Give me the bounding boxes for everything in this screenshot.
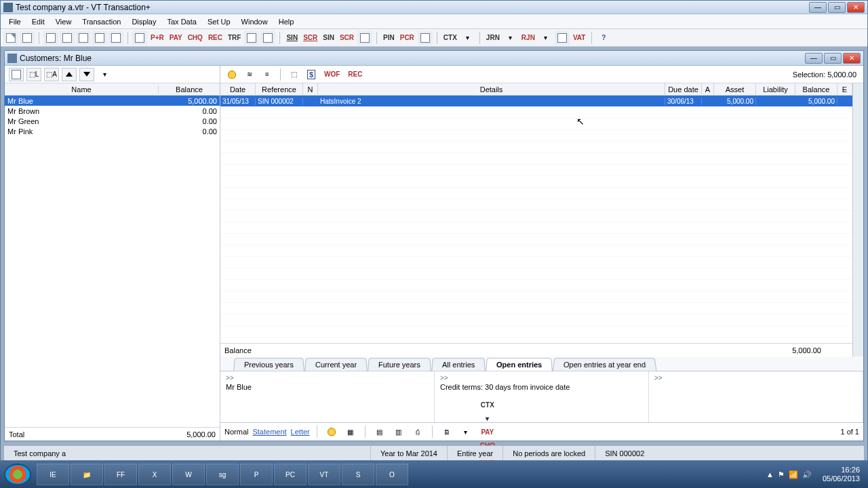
tab-future-years[interactable]: Future years [368,358,431,371]
left-tool[interactable]: ⬚L [26,68,41,81]
tool-btn[interactable]: ▤ [372,425,387,439]
grid-col-e[interactable]: E [837,83,852,95]
taskbar-app[interactable]: PC [274,464,307,485]
volume-icon[interactable]: 🔊 [802,470,812,479]
sort-up-icon[interactable] [62,68,77,81]
child-close-button[interactable]: ✕ [843,53,861,64]
tab-previous-years[interactable]: Previous years [233,358,304,371]
taskbar-app[interactable]: 📁 [71,464,103,485]
toolbar-trf[interactable]: TRF [226,31,243,45]
minimize-button[interactable]: — [809,2,827,13]
taskbar-app[interactable]: O [376,464,408,485]
toolbar-ctx[interactable]: CTX [441,31,459,45]
grid-col-reference[interactable]: Reference [256,83,303,95]
system-tray[interactable]: ▲ ⚑ 📶 🔊 16:26 05/06/2013 [766,466,864,483]
customer-row[interactable]: Mr Blue5,000.00 [5,96,220,106]
sort-down-icon[interactable] [79,68,94,81]
grid-col-date[interactable]: Date [220,83,256,95]
customer-list[interactable]: Mr Blue5,000.00Mr Brown0.00Mr Green0.00M… [5,96,220,427]
menu-tax-data[interactable]: Tax Data [162,16,202,27]
flag-icon[interactable]: ⚑ [778,470,785,479]
clock[interactable]: 16:26 05/06/2013 [823,466,860,483]
tool-btn[interactable]: $ [304,68,319,81]
grid-col-asset[interactable]: Asset [714,83,756,95]
toolbar-pin[interactable]: PIN [381,31,397,45]
toolbar-tools[interactable] [76,31,91,45]
toolbar-rec[interactable]: REC [206,31,224,45]
toolbar-tb3[interactable] [357,31,372,45]
grid-col-details[interactable]: Details [318,83,665,95]
grid-col-balance[interactable]: Balance [795,83,837,95]
grid-body[interactable]: 31/05/13SIN 000002HatsInvoice 230/06/135… [220,96,852,343]
bottom-▾[interactable]: ▾ [477,411,498,425]
taskbar-app[interactable]: sg [206,464,239,485]
rec-button[interactable]: REC [345,68,365,81]
toolbar-pcr[interactable]: PCR [398,31,416,45]
child-maximize-button[interactable]: ▭ [824,53,842,64]
customer-row[interactable]: Mr Pink0.00 [5,126,220,136]
toolbar-pay[interactable]: PAY [167,31,184,45]
toolbar-▾[interactable]: ▾ [460,31,475,45]
toolbar-▾[interactable]: ▾ [538,31,553,45]
menu-transaction[interactable]: Transaction [77,16,126,27]
scrollbar[interactable] [852,83,863,357]
toolbar-table[interactable] [132,31,147,45]
taskbar-app[interactable]: FF [104,464,137,485]
toolbar-p+r[interactable]: P+R [149,31,166,45]
menu-help[interactable]: Help [273,16,300,27]
grid-col-due-date[interactable]: Due date [665,83,702,95]
menu-set-up[interactable]: Set Up [202,16,236,27]
toolbar-scr[interactable]: SCR [338,31,356,45]
tab-open-entries-at-year-end[interactable]: Open entries at year end [553,358,657,371]
taskbar[interactable]: IE📁FFXWsgPPCVTSO ▲ ⚑ 📶 🔊 16:26 05/06/201… [0,461,868,488]
tray-icon[interactable]: ▲ [766,470,774,479]
tool-btn[interactable]: ⎙ [410,425,425,439]
toolbar-copy[interactable] [108,31,123,45]
wof-button[interactable]: WOF [321,68,342,81]
grid-row[interactable]: 31/05/13SIN 000002HatsInvoice 230/06/135… [220,96,852,106]
menu-window[interactable]: Window [236,16,273,27]
toolbar-?[interactable]: ? [596,31,611,45]
taskbar-app[interactable]: X [138,464,171,485]
toolbar-new[interactable] [3,31,18,45]
close-button[interactable]: ✕ [847,2,865,13]
tab-all-entries[interactable]: All entries [431,358,486,371]
toolbar-sin[interactable]: SIN [321,31,336,45]
dropdown-icon[interactable]: ▾ [458,425,473,439]
statement-link[interactable]: Statement [252,428,286,436]
tool-btn[interactable]: ≋ [242,68,257,81]
taskbar-app[interactable]: P [240,464,273,485]
bottom-ctx[interactable]: CTX [477,398,498,411]
child-minimize-button[interactable]: — [805,53,823,64]
bottom-pay[interactable]: PAY [477,425,498,439]
toolbar-tb[interactable] [244,31,259,45]
toolbar-rjn[interactable]: RJN [519,31,537,45]
toolbar-vat[interactable]: VAT [571,31,588,45]
grid-col-a[interactable]: A [702,83,714,95]
col-name[interactable]: Name [5,85,159,94]
toolbar-preview[interactable] [43,31,58,45]
network-icon[interactable]: 📶 [789,470,798,479]
grid-col-n[interactable]: N [303,83,318,95]
toolbar-sin[interactable]: SIN [284,31,300,45]
maximize-button[interactable]: ▭ [828,2,846,13]
toolbar-scr[interactable]: SCR [301,31,319,45]
taskbar-app[interactable]: W [172,464,205,485]
taskbar-app[interactable]: VT [308,464,340,485]
left-tool[interactable] [9,68,24,81]
toolbar-tb4[interactable] [418,31,433,45]
left-tool[interactable]: ▾ [97,68,112,81]
tool-btn[interactable]: ⬚ [286,68,301,81]
menu-view[interactable]: View [50,16,77,27]
tool-btn[interactable]: ▦ [343,425,358,439]
toolbar-tb5[interactable] [555,31,570,45]
toolbar-jrn[interactable]: JRN [484,31,502,45]
left-tool[interactable]: ⬚A [44,68,59,81]
tool-btn[interactable]: ≡ [260,68,275,81]
col-balance[interactable]: Balance [159,85,220,94]
tool-btn[interactable]: ▥ [391,425,406,439]
toolbar-tb2[interactable] [260,31,275,45]
bulb-icon[interactable] [324,425,339,439]
customer-row[interactable]: Mr Brown0.00 [5,106,220,116]
transactions-grid[interactable]: DateReferenceNDetailsDue dateAAssetLiabi… [220,83,852,357]
